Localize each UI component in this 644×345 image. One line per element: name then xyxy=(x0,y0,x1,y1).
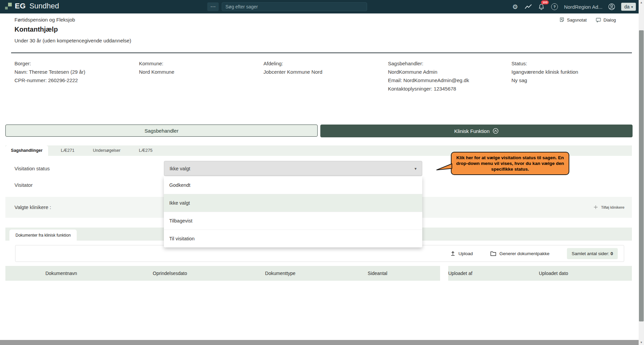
scrollbar-thumb[interactable] xyxy=(639,30,644,321)
case-subtitle: Under 30 år (uden kompetencegivende udda… xyxy=(14,38,131,43)
notification-badge: 103 xyxy=(541,0,549,4)
vertical-scrollbar[interactable]: ▲ ▼ xyxy=(639,0,644,345)
info-label: Kommune: xyxy=(139,59,174,68)
language-selector[interactable]: da ▾ xyxy=(621,3,636,11)
tab-lae271[interactable]: LÆ271 xyxy=(48,145,87,156)
page-title: Kontanthjælp xyxy=(14,26,58,33)
visitation-status-dropdown: Godkendt Ikke valgt Tilbagevist Til visi… xyxy=(164,176,422,247)
dropdown-option-godkendt[interactable]: Godkendt xyxy=(164,176,422,194)
app-logo[interactable]: EG Sundhed xyxy=(5,2,59,10)
total-pages-label: Samlet antal sider: xyxy=(572,251,609,256)
visitation-status-label: Visitation status xyxy=(14,166,50,171)
sagsbehandler-button[interactable]: Sagsbehandler xyxy=(5,125,318,137)
info-line: Jobcenter Kommune Nord xyxy=(263,68,322,76)
user-org-label[interactable]: NordRegion Ad... xyxy=(564,4,602,10)
valgte-klinikere-label: Valgte klinikere : xyxy=(14,204,51,210)
case-category-label: Førtidspension og Fleksjob xyxy=(14,17,75,23)
sagsnotat-button[interactable]: Sagsnotat xyxy=(559,17,587,23)
info-line: Kontaktoplysninger: 12345678 xyxy=(388,84,469,93)
callout-tail xyxy=(436,163,452,173)
total-pages-badge: Samlet antal sider: 0 xyxy=(567,248,618,259)
info-label: Sagsbehandler: xyxy=(388,59,469,68)
col-sideantal: Sideantal xyxy=(368,271,387,276)
info-line: Igangværende klinisk funktion xyxy=(511,68,578,76)
info-label: Borger: xyxy=(14,59,85,68)
notifications-bell-icon[interactable]: 103 xyxy=(538,3,545,10)
folder-icon xyxy=(490,251,496,256)
info-line: Navn: Therese Testesen (29 år) xyxy=(14,68,85,76)
callout-text: Klik her for at vælge visitation status … xyxy=(456,155,564,172)
chevron-down-icon: ▾ xyxy=(631,5,633,9)
info-col-kommune: Kommune: Nord Kommune xyxy=(139,59,174,76)
visitation-status-select[interactable]: Ikke valgt ▾ xyxy=(164,161,422,176)
logo-text-bold: EG xyxy=(15,2,26,10)
upload-icon xyxy=(450,251,456,256)
klinisk-funktion-label: Klinisk Funktion xyxy=(454,128,490,134)
case-actions: Sagsnotat Dialog xyxy=(559,17,616,23)
info-col-borger: Borger: Navn: Therese Testesen (29 år) C… xyxy=(14,59,85,84)
col-uploadet-dato: Uploadet dato xyxy=(539,271,568,276)
navbar-right-cluster: ⚙ 103 ? NordRegion Ad... xyxy=(511,0,636,13)
info-col-status: Status: Igangværende klinisk funktion Ny… xyxy=(511,59,578,84)
dropdown-option-til-visitation[interactable]: Til visitation xyxy=(164,230,422,247)
col-uploadet-af: Uploadet af xyxy=(448,271,472,276)
klinisk-funktion-button[interactable]: Klinisk Funktion xyxy=(320,125,633,137)
activity-trend-icon[interactable] xyxy=(525,3,532,10)
language-value: da xyxy=(624,4,630,9)
search-input[interactable] xyxy=(222,2,367,11)
generer-dokumentpakke-label: Generer dokumentpakke xyxy=(499,251,549,256)
account-person-icon[interactable] xyxy=(608,3,615,10)
help-icon[interactable]: ? xyxy=(551,3,558,10)
plus-icon xyxy=(594,205,598,209)
circled-arrow-up-icon xyxy=(493,128,499,134)
more-menu-button[interactable]: ⋯ xyxy=(207,2,219,11)
logo-text-product: Sundhed xyxy=(29,2,59,10)
dialog-label: Dialog xyxy=(604,18,616,23)
chevron-down-icon: ▾ xyxy=(415,166,417,171)
info-line: Ny sag xyxy=(511,76,578,84)
scroll-down-arrow[interactable]: ▼ xyxy=(639,340,644,345)
visitation-status-value: Ikke valgt xyxy=(170,166,190,171)
info-line: NordKommune Admin xyxy=(388,68,469,76)
tilfoj-klinikere-button[interactable]: Tilføj klinikere xyxy=(594,205,624,209)
tab-lae275[interactable]: LÆ275 xyxy=(126,145,165,156)
dropdown-option-tilbagevist[interactable]: Tilbagevist xyxy=(164,212,422,230)
info-label: Afdeling: xyxy=(263,59,322,68)
col-oprindelsesdato: Oprindelsesdato xyxy=(153,271,187,276)
info-line: Email: NordKommuneAdmin@eg.dk xyxy=(388,76,469,84)
total-pages-value: 0 xyxy=(610,251,613,256)
tutorial-callout: Klik her for at vælge visitation status … xyxy=(451,152,569,175)
dialog-button[interactable]: Dialog xyxy=(596,17,616,23)
documents-panel: Upload Generer dokumentpakke Samlet anta… xyxy=(5,241,632,340)
info-line: CPR-nummer: 260296-2222 xyxy=(14,76,85,84)
sagsnotat-label: Sagsnotat xyxy=(567,18,587,23)
col-dokumenttype: Dokumenttype xyxy=(265,271,295,276)
eg-logo-icon xyxy=(5,3,12,10)
tab-sagshandlinger[interactable]: Sagshandlinger xyxy=(5,145,48,156)
upload-button[interactable]: Upload xyxy=(450,251,473,256)
info-line: Nord Kommune xyxy=(139,68,174,76)
tilfoj-klinikere-label: Tilføj klinikere xyxy=(601,205,624,209)
note-icon xyxy=(559,17,565,23)
info-col-sagsbehandler: Sagsbehandler: NordKommune Admin Email: … xyxy=(388,59,469,93)
tab-dokumenter-fra-klinisk-funktion[interactable]: Dokumenter fra klinisk funktion xyxy=(9,230,77,241)
col-dokumentnavn: Dokumentnavn xyxy=(45,271,77,276)
top-navbar: EG Sundhed ⋯ ⚙ 103 ? NordRegion Ad... xyxy=(0,0,639,13)
info-col-afdeling: Afdeling: Jobcenter Kommune Nord xyxy=(263,59,322,76)
documents-table-header: Dokumentnavn Oprindelsesdato Dokumenttyp… xyxy=(5,266,632,281)
visitator-label: Visitator xyxy=(14,182,33,188)
case-info-row: Borger: Navn: Therese Testesen (29 år) C… xyxy=(14,59,632,96)
settings-gear-icon[interactable]: ⚙ xyxy=(511,3,519,10)
dropdown-option-ikke-valgt[interactable]: Ikke valgt xyxy=(164,194,422,212)
tab-undersoegelser[interactable]: Undersøgelser xyxy=(87,145,126,156)
info-label: Status: xyxy=(511,59,578,68)
documents-tab-label: Dokumenter fra klinisk funktion xyxy=(15,233,71,238)
upload-label: Upload xyxy=(459,251,473,256)
generer-dokumentpakke-button[interactable]: Generer dokumentpakke xyxy=(490,251,549,256)
scroll-up-arrow[interactable]: ▲ xyxy=(639,0,644,5)
app-window: EG Sundhed ⋯ ⚙ 103 ? NordRegion Ad... xyxy=(0,0,644,345)
page-bottom-gutter xyxy=(0,340,639,345)
documents-toolbar: Upload Generer dokumentpakke Samlet anta… xyxy=(15,245,624,262)
header-divider xyxy=(11,53,632,53)
chat-icon xyxy=(596,17,601,23)
